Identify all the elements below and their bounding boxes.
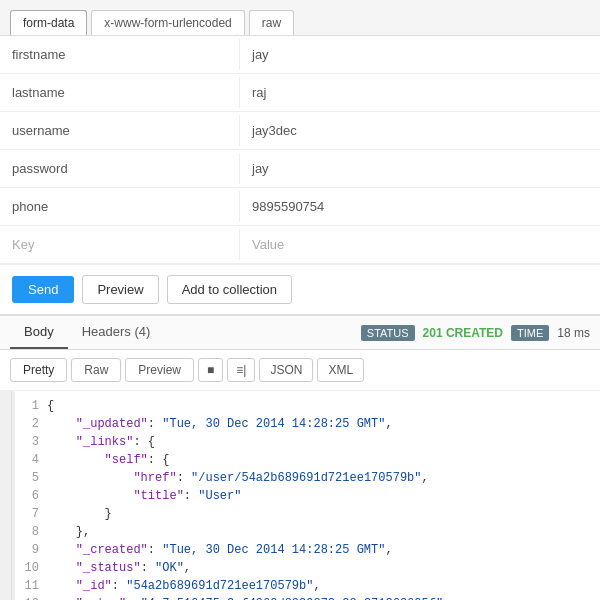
line-content: "href": "/user/54a2b689691d721ee170579b"… bbox=[47, 471, 600, 489]
line-content: "_links": { bbox=[47, 435, 600, 453]
response-tab-body[interactable]: Body bbox=[10, 316, 68, 349]
line-number: 10 bbox=[15, 561, 47, 579]
tab-urlencoded[interactable]: x-www-form-urlencoded bbox=[91, 10, 244, 35]
time-label: TIME bbox=[511, 325, 549, 341]
status-value: 201 CREATED bbox=[423, 326, 503, 340]
time-value: 18 ms bbox=[557, 326, 590, 340]
code-area: ▼ 1{2 "_updated": "Tue, 30 Dec 2014 14:2… bbox=[0, 391, 600, 600]
response-tabs: Body Headers (4) STATUS 201 CREATED TIME… bbox=[0, 316, 600, 350]
line-content: { bbox=[47, 399, 600, 417]
code-line: 7 } bbox=[15, 507, 600, 525]
form-fields: firstname jay lastname raj username jay3… bbox=[0, 36, 600, 265]
line-number: 6 bbox=[15, 489, 47, 507]
field-key-placeholder[interactable]: Key bbox=[0, 229, 240, 260]
format-bar: Pretty Raw Preview ■ ≡| JSON XML bbox=[0, 350, 600, 391]
tab-form-data[interactable]: form-data bbox=[10, 10, 87, 35]
tab-bar: form-data x-www-form-urlencoded raw bbox=[0, 0, 600, 36]
code-content: 1{2 "_updated": "Tue, 30 Dec 2014 14:28:… bbox=[12, 391, 600, 600]
format-json-btn[interactable]: JSON bbox=[259, 358, 313, 382]
format-square-icon-btn[interactable]: ■ bbox=[198, 358, 223, 382]
action-bar: Send Preview Add to collection bbox=[0, 265, 600, 315]
line-number: 11 bbox=[15, 579, 47, 597]
code-line: 10 "_status": "OK", bbox=[15, 561, 600, 579]
code-line: 4 "self": { bbox=[15, 453, 600, 471]
line-number: 8 bbox=[15, 525, 47, 543]
code-line: 11 "_id": "54a2b689691d721ee170579b", bbox=[15, 579, 600, 597]
line-content: "_updated": "Tue, 30 Dec 2014 14:28:25 G… bbox=[47, 417, 600, 435]
add-collection-button[interactable]: Add to collection bbox=[167, 275, 292, 304]
response-tab-headers[interactable]: Headers (4) bbox=[68, 316, 165, 349]
code-line: 6 "title": "User" bbox=[15, 489, 600, 507]
line-content: }, bbox=[47, 525, 600, 543]
main-container: form-data x-www-form-urlencoded raw firs… bbox=[0, 0, 600, 600]
format-raw-btn[interactable]: Raw bbox=[71, 358, 121, 382]
field-key-username: username bbox=[0, 115, 240, 146]
format-xml-btn[interactable]: XML bbox=[317, 358, 364, 382]
format-pretty-btn[interactable]: Pretty bbox=[10, 358, 67, 382]
line-number: 1 bbox=[15, 399, 47, 417]
field-lastname: lastname raj bbox=[0, 74, 600, 112]
field-phone: phone 9895590754 bbox=[0, 188, 600, 226]
preview-button[interactable]: Preview bbox=[82, 275, 158, 304]
response-section: Body Headers (4) STATUS 201 CREATED TIME… bbox=[0, 315, 600, 600]
line-content: "title": "User" bbox=[47, 489, 600, 507]
code-line: 3 "_links": { bbox=[15, 435, 600, 453]
line-number: 4 bbox=[15, 453, 47, 471]
field-value-firstname[interactable]: jay bbox=[240, 39, 600, 70]
line-content: "_status": "OK", bbox=[47, 561, 600, 579]
line-number: 5 bbox=[15, 471, 47, 489]
tab-raw[interactable]: raw bbox=[249, 10, 294, 35]
field-firstname: firstname jay bbox=[0, 36, 600, 74]
code-line: 5 "href": "/user/54a2b689691d721ee170579… bbox=[15, 471, 600, 489]
line-content: "_created": "Tue, 30 Dec 2014 14:28:25 G… bbox=[47, 543, 600, 561]
code-line: 1{ bbox=[15, 399, 600, 417]
code-line: 2 "_updated": "Tue, 30 Dec 2014 14:28:25… bbox=[15, 417, 600, 435]
field-value-placeholder[interactable]: Value bbox=[240, 229, 600, 260]
field-password: password jay bbox=[0, 150, 600, 188]
field-placeholder: Key Value bbox=[0, 226, 600, 264]
status-label: STATUS bbox=[361, 325, 415, 341]
field-username: username jay3dec bbox=[0, 112, 600, 150]
field-value-phone[interactable]: 9895590754 bbox=[240, 191, 600, 222]
field-key-phone: phone bbox=[0, 191, 240, 222]
field-key-password: password bbox=[0, 153, 240, 184]
format-preview-btn[interactable]: Preview bbox=[125, 358, 194, 382]
field-value-lastname[interactable]: raj bbox=[240, 77, 600, 108]
code-line: 9 "_created": "Tue, 30 Dec 2014 14:28:25… bbox=[15, 543, 600, 561]
field-key-firstname: firstname bbox=[0, 39, 240, 70]
line-number: 3 bbox=[15, 435, 47, 453]
line-number: 7 bbox=[15, 507, 47, 525]
line-content: } bbox=[47, 507, 600, 525]
code-line: 8 }, bbox=[15, 525, 600, 543]
line-content: "_id": "54a2b689691d721ee170579b", bbox=[47, 579, 600, 597]
field-key-lastname: lastname bbox=[0, 77, 240, 108]
line-number: 9 bbox=[15, 543, 47, 561]
status-container: STATUS 201 CREATED TIME 18 ms bbox=[361, 325, 590, 341]
line-number: 2 bbox=[15, 417, 47, 435]
format-lines-icon-btn[interactable]: ≡| bbox=[227, 358, 255, 382]
json-code-block: 1{2 "_updated": "Tue, 30 Dec 2014 14:28:… bbox=[12, 391, 600, 600]
line-content: "self": { bbox=[47, 453, 600, 471]
field-value-username[interactable]: jay3dec bbox=[240, 115, 600, 146]
send-button[interactable]: Send bbox=[12, 276, 74, 303]
scrollbar-left[interactable]: ▼ bbox=[0, 391, 12, 600]
field-value-password[interactable]: jay bbox=[240, 153, 600, 184]
